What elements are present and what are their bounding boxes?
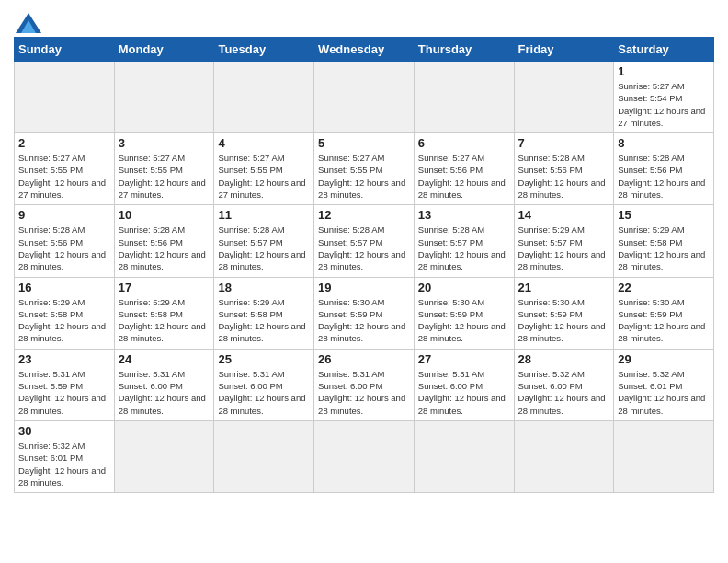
calendar-cell: 27Sunrise: 5:31 AM Sunset: 6:00 PM Dayli… — [414, 349, 514, 420]
day-number: 9 — [18, 208, 110, 222]
day-number: 29 — [618, 352, 710, 366]
calendar-body: 1Sunrise: 5:27 AM Sunset: 5:54 PM Daylig… — [15, 62, 714, 493]
day-info: Sunrise: 5:27 AM Sunset: 5:56 PM Dayligh… — [418, 152, 510, 201]
day-info: Sunrise: 5:29 AM Sunset: 5:57 PM Dayligh… — [518, 224, 610, 272]
day-number: 11 — [218, 208, 310, 222]
calendar-cell: 23Sunrise: 5:31 AM Sunset: 5:59 PM Dayli… — [15, 349, 115, 420]
calendar-cell — [314, 420, 415, 492]
day-number: 20 — [418, 281, 510, 294]
day-number: 23 — [18, 352, 110, 366]
day-info: Sunrise: 5:28 AM Sunset: 5:56 PM Dayligh… — [618, 152, 710, 201]
calendar-cell: 7Sunrise: 5:28 AM Sunset: 5:56 PM Daylig… — [514, 133, 614, 205]
calendar-cell — [414, 62, 514, 133]
calendar-cell — [114, 62, 214, 133]
day-number: 17 — [119, 281, 210, 294]
calendar-cell — [15, 62, 115, 133]
day-number: 8 — [618, 136, 710, 150]
calendar-cell — [314, 62, 415, 133]
day-number: 19 — [318, 281, 410, 294]
day-number: 13 — [418, 208, 510, 222]
day-info: Sunrise: 5:32 AM Sunset: 6:01 PM Dayligh… — [618, 368, 710, 417]
day-info: Sunrise: 5:29 AM Sunset: 5:58 PM Dayligh… — [618, 224, 710, 272]
day-number: 4 — [218, 136, 310, 150]
calendar-cell: 8Sunrise: 5:28 AM Sunset: 5:56 PM Daylig… — [614, 133, 714, 205]
day-info: Sunrise: 5:32 AM Sunset: 6:00 PM Dayligh… — [518, 368, 610, 417]
calendar-cell — [514, 420, 614, 492]
calendar-cell: 22Sunrise: 5:30 AM Sunset: 5:59 PM Dayli… — [614, 277, 714, 349]
calendar-cell: 12Sunrise: 5:28 AM Sunset: 5:57 PM Dayli… — [314, 205, 415, 277]
day-info: Sunrise: 5:27 AM Sunset: 5:55 PM Dayligh… — [119, 152, 210, 201]
day-info: Sunrise: 5:29 AM Sunset: 5:58 PM Dayligh… — [218, 296, 310, 345]
calendar-week-row: 30Sunrise: 5:32 AM Sunset: 6:01 PM Dayli… — [15, 420, 714, 492]
calendar-table: SundayMondayTuesdayWednesdayThursdayFrid… — [14, 37, 714, 493]
weekday-header-sunday: Sunday — [15, 38, 115, 62]
calendar-week-row: 23Sunrise: 5:31 AM Sunset: 5:59 PM Dayli… — [15, 349, 714, 420]
day-info: Sunrise: 5:30 AM Sunset: 5:59 PM Dayligh… — [618, 296, 710, 345]
calendar-week-row: 9Sunrise: 5:28 AM Sunset: 5:56 PM Daylig… — [15, 205, 714, 277]
calendar-cell: 2Sunrise: 5:27 AM Sunset: 5:55 PM Daylig… — [15, 133, 115, 205]
weekday-header-saturday: Saturday — [614, 38, 714, 62]
day-info: Sunrise: 5:28 AM Sunset: 5:57 PM Dayligh… — [418, 224, 510, 272]
calendar-cell — [614, 420, 714, 492]
day-info: Sunrise: 5:27 AM Sunset: 5:54 PM Dayligh… — [618, 80, 710, 129]
calendar-cell: 30Sunrise: 5:32 AM Sunset: 6:01 PM Dayli… — [15, 420, 115, 492]
calendar-cell — [214, 62, 314, 133]
day-number: 2 — [18, 136, 110, 150]
day-info: Sunrise: 5:29 AM Sunset: 5:58 PM Dayligh… — [18, 296, 110, 345]
calendar-cell — [114, 420, 214, 492]
day-info: Sunrise: 5:28 AM Sunset: 5:57 PM Dayligh… — [218, 224, 310, 272]
logo-icon — [16, 13, 41, 33]
calendar-cell: 3Sunrise: 5:27 AM Sunset: 5:55 PM Daylig… — [114, 133, 214, 205]
calendar-cell: 20Sunrise: 5:30 AM Sunset: 5:59 PM Dayli… — [414, 277, 514, 349]
day-info: Sunrise: 5:27 AM Sunset: 5:55 PM Dayligh… — [18, 152, 110, 201]
day-number: 7 — [518, 136, 610, 150]
calendar-cell: 13Sunrise: 5:28 AM Sunset: 5:57 PM Dayli… — [414, 205, 514, 277]
calendar-cell: 10Sunrise: 5:28 AM Sunset: 5:56 PM Dayli… — [114, 205, 214, 277]
calendar-cell: 29Sunrise: 5:32 AM Sunset: 6:01 PM Dayli… — [614, 349, 714, 420]
day-number: 16 — [18, 281, 110, 294]
calendar-cell — [514, 62, 614, 133]
day-number: 1 — [618, 64, 710, 78]
calendar-cell: 25Sunrise: 5:31 AM Sunset: 6:00 PM Dayli… — [214, 349, 314, 420]
day-number: 21 — [518, 281, 610, 294]
weekday-header-monday: Monday — [114, 38, 214, 62]
day-number: 30 — [18, 424, 110, 438]
calendar-cell: 15Sunrise: 5:29 AM Sunset: 5:58 PM Dayli… — [614, 205, 714, 277]
day-number: 18 — [218, 281, 310, 294]
calendar-week-row: 16Sunrise: 5:29 AM Sunset: 5:58 PM Dayli… — [15, 277, 714, 349]
day-info: Sunrise: 5:31 AM Sunset: 6:00 PM Dayligh… — [418, 368, 510, 417]
calendar-cell: 14Sunrise: 5:29 AM Sunset: 5:57 PM Dayli… — [514, 205, 614, 277]
calendar-cell: 4Sunrise: 5:27 AM Sunset: 5:55 PM Daylig… — [214, 133, 314, 205]
day-info: Sunrise: 5:30 AM Sunset: 5:59 PM Dayligh… — [418, 296, 510, 345]
weekday-header-tuesday: Tuesday — [214, 38, 314, 62]
day-info: Sunrise: 5:30 AM Sunset: 5:59 PM Dayligh… — [518, 296, 610, 345]
day-number: 3 — [119, 136, 210, 150]
day-number: 27 — [418, 352, 510, 366]
day-number: 26 — [318, 352, 410, 366]
page-header — [14, 9, 714, 33]
calendar-cell: 21Sunrise: 5:30 AM Sunset: 5:59 PM Dayli… — [514, 277, 614, 349]
day-number: 25 — [218, 352, 310, 366]
day-info: Sunrise: 5:28 AM Sunset: 5:56 PM Dayligh… — [518, 152, 610, 201]
calendar-cell: 6Sunrise: 5:27 AM Sunset: 5:56 PM Daylig… — [414, 133, 514, 205]
day-number: 10 — [119, 208, 210, 222]
calendar-cell: 18Sunrise: 5:29 AM Sunset: 5:58 PM Dayli… — [214, 277, 314, 349]
calendar-cell: 16Sunrise: 5:29 AM Sunset: 5:58 PM Dayli… — [15, 277, 115, 349]
day-info: Sunrise: 5:27 AM Sunset: 5:55 PM Dayligh… — [218, 152, 310, 201]
day-number: 14 — [518, 208, 610, 222]
calendar-cell: 5Sunrise: 5:27 AM Sunset: 5:55 PM Daylig… — [314, 133, 415, 205]
day-number: 24 — [119, 352, 210, 366]
weekday-header-thursday: Thursday — [414, 38, 514, 62]
day-info: Sunrise: 5:28 AM Sunset: 5:56 PM Dayligh… — [18, 224, 110, 272]
day-info: Sunrise: 5:32 AM Sunset: 6:01 PM Dayligh… — [18, 440, 110, 488]
calendar-cell: 26Sunrise: 5:31 AM Sunset: 6:00 PM Dayli… — [314, 349, 415, 420]
day-info: Sunrise: 5:31 AM Sunset: 5:59 PM Dayligh… — [18, 368, 110, 417]
day-number: 28 — [518, 352, 610, 366]
logo — [14, 15, 41, 33]
day-info: Sunrise: 5:28 AM Sunset: 5:57 PM Dayligh… — [318, 224, 410, 272]
day-info: Sunrise: 5:31 AM Sunset: 6:00 PM Dayligh… — [119, 368, 210, 417]
calendar-cell: 17Sunrise: 5:29 AM Sunset: 5:58 PM Dayli… — [114, 277, 214, 349]
day-number: 5 — [318, 136, 410, 150]
day-info: Sunrise: 5:29 AM Sunset: 5:58 PM Dayligh… — [119, 296, 210, 345]
day-info: Sunrise: 5:30 AM Sunset: 5:59 PM Dayligh… — [318, 296, 410, 345]
